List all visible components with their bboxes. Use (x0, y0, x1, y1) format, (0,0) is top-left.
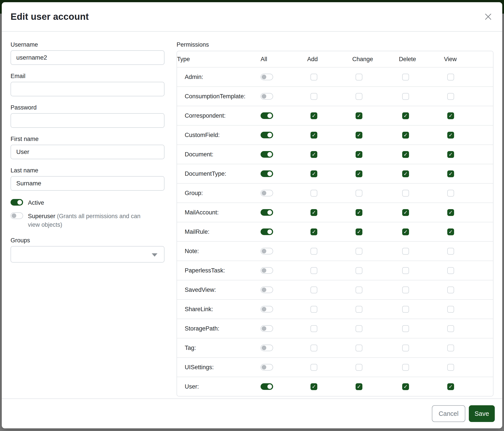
perm-checkbox-view[interactable]: ✓ (447, 171, 454, 177)
perm-checkbox-delete[interactable]: ✓ (402, 209, 409, 216)
username-input[interactable] (10, 50, 164, 65)
active-toggle[interactable] (10, 199, 23, 206)
perm-toggle-all[interactable] (261, 74, 273, 80)
email-field[interactable] (10, 82, 164, 96)
perm-checkbox-change[interactable]: ✓ (356, 171, 362, 177)
perm-checkbox-view[interactable]: ✓ (447, 364, 454, 371)
perm-checkbox-change[interactable]: ✓ (356, 383, 362, 390)
perm-checkbox-add[interactable]: ✓ (310, 364, 317, 371)
perm-checkbox-change[interactable]: ✓ (356, 325, 362, 332)
perm-checkbox-view[interactable]: ✓ (447, 248, 454, 255)
perm-checkbox-change[interactable]: ✓ (356, 267, 362, 274)
perm-checkbox-delete[interactable]: ✓ (402, 112, 409, 119)
perm-checkbox-add[interactable]: ✓ (310, 190, 317, 197)
perm-toggle-all[interactable] (261, 209, 273, 216)
perm-toggle-all[interactable] (261, 171, 273, 177)
switches-section: Active Superuser (Grants all permissions… (10, 198, 166, 229)
perm-checkbox-view[interactable]: ✓ (447, 112, 454, 119)
perm-checkbox-delete[interactable]: ✓ (402, 364, 409, 371)
perm-checkbox-add[interactable]: ✓ (310, 306, 317, 313)
perm-checkbox-add[interactable]: ✓ (310, 267, 317, 274)
first-name-field[interactable] (10, 145, 164, 159)
close-button[interactable] (483, 11, 494, 22)
perm-checkbox-add[interactable]: ✓ (310, 171, 317, 177)
perm-toggle-all[interactable] (261, 364, 273, 370)
perm-checkbox-add[interactable]: ✓ (310, 93, 317, 100)
perm-checkbox-delete[interactable]: ✓ (402, 267, 409, 274)
perm-checkbox-add[interactable]: ✓ (310, 345, 317, 351)
perm-checkbox-add[interactable]: ✓ (310, 209, 317, 216)
superuser-toggle[interactable] (10, 212, 23, 219)
perm-toggle-all[interactable] (261, 228, 273, 235)
perm-checkbox-delete[interactable]: ✓ (402, 93, 409, 100)
perm-checkbox-change[interactable]: ✓ (356, 248, 362, 255)
perm-checkbox-delete[interactable]: ✓ (402, 132, 409, 139)
perm-checkbox-delete[interactable]: ✓ (402, 248, 409, 255)
perm-checkbox-view[interactable]: ✓ (447, 228, 454, 235)
perm-checkbox-view[interactable]: ✓ (447, 93, 454, 100)
perm-checkbox-change[interactable]: ✓ (356, 151, 362, 158)
check-icon: ✓ (449, 384, 453, 389)
perm-checkbox-view[interactable]: ✓ (447, 287, 454, 293)
perm-checkbox-delete[interactable]: ✓ (402, 190, 409, 197)
perm-checkbox-change[interactable]: ✓ (356, 287, 362, 293)
perm-checkbox-change[interactable]: ✓ (356, 74, 362, 81)
perm-checkbox-change[interactable]: ✓ (356, 132, 362, 139)
perm-checkbox-add[interactable]: ✓ (310, 132, 317, 139)
perm-toggle-all[interactable] (261, 248, 273, 254)
perm-checkbox-view[interactable]: ✓ (447, 190, 454, 197)
perm-checkbox-add[interactable]: ✓ (310, 287, 317, 293)
perm-checkbox-view[interactable]: ✓ (447, 74, 454, 81)
perm-checkbox-view[interactable]: ✓ (447, 151, 454, 158)
perm-checkbox-delete[interactable]: ✓ (402, 306, 409, 313)
perm-toggle-all[interactable] (261, 132, 273, 138)
password-field[interactable] (10, 113, 164, 128)
perm-checkbox-view[interactable]: ✓ (447, 132, 454, 139)
perm-checkbox-view[interactable]: ✓ (447, 383, 454, 390)
perm-checkbox-add[interactable]: ✓ (310, 112, 317, 119)
perm-checkbox-delete[interactable]: ✓ (402, 74, 409, 81)
cancel-button[interactable]: Cancel (432, 405, 465, 422)
perm-toggle-all[interactable] (261, 287, 273, 293)
groups-group: Groups (10, 237, 166, 262)
perm-toggle-all[interactable] (261, 112, 273, 119)
perm-checkbox-add[interactable]: ✓ (310, 248, 317, 255)
perm-checkbox-delete[interactable]: ✓ (402, 287, 409, 293)
perm-checkbox-delete[interactable]: ✓ (402, 171, 409, 177)
perm-checkbox-view[interactable]: ✓ (447, 209, 454, 216)
perm-toggle-all[interactable] (261, 345, 273, 351)
perm-checkbox-change[interactable]: ✓ (356, 93, 362, 100)
perm-checkbox-delete[interactable]: ✓ (402, 151, 409, 158)
perm-checkbox-add[interactable]: ✓ (310, 325, 317, 332)
perm-row-uisettings: UISettings: ✓ ✓ ✓ ✓ (177, 357, 493, 377)
perm-toggle-all[interactable] (261, 383, 273, 390)
perm-checkbox-delete[interactable]: ✓ (402, 325, 409, 332)
perm-toggle-all[interactable] (261, 151, 273, 158)
perm-checkbox-delete[interactable]: ✓ (402, 228, 409, 235)
perm-checkbox-add[interactable]: ✓ (310, 228, 317, 235)
save-button[interactable]: Save (469, 405, 495, 422)
perm-toggle-all[interactable] (261, 267, 273, 274)
perm-toggle-all[interactable] (261, 325, 273, 332)
perm-checkbox-change[interactable]: ✓ (356, 209, 362, 216)
perm-checkbox-view[interactable]: ✓ (447, 306, 454, 313)
perm-checkbox-add[interactable]: ✓ (310, 74, 317, 81)
perm-checkbox-view[interactable]: ✓ (447, 325, 454, 332)
perm-checkbox-change[interactable]: ✓ (356, 345, 362, 351)
perm-checkbox-add[interactable]: ✓ (310, 151, 317, 158)
perm-toggle-all[interactable] (261, 190, 273, 196)
perm-toggle-all[interactable] (261, 306, 273, 313)
perm-checkbox-view[interactable]: ✓ (447, 267, 454, 274)
perm-checkbox-change[interactable]: ✓ (356, 190, 362, 197)
perm-checkbox-change[interactable]: ✓ (356, 228, 362, 235)
perm-checkbox-delete[interactable]: ✓ (402, 345, 409, 351)
perm-checkbox-view[interactable]: ✓ (447, 345, 454, 351)
groups-select[interactable] (10, 246, 164, 262)
perm-checkbox-delete[interactable]: ✓ (402, 383, 409, 390)
perm-checkbox-add[interactable]: ✓ (310, 383, 317, 390)
perm-toggle-all[interactable] (261, 93, 273, 100)
perm-checkbox-change[interactable]: ✓ (356, 112, 362, 119)
last-name-field[interactable] (10, 176, 164, 191)
perm-checkbox-change[interactable]: ✓ (356, 306, 362, 313)
perm-checkbox-change[interactable]: ✓ (356, 364, 362, 371)
